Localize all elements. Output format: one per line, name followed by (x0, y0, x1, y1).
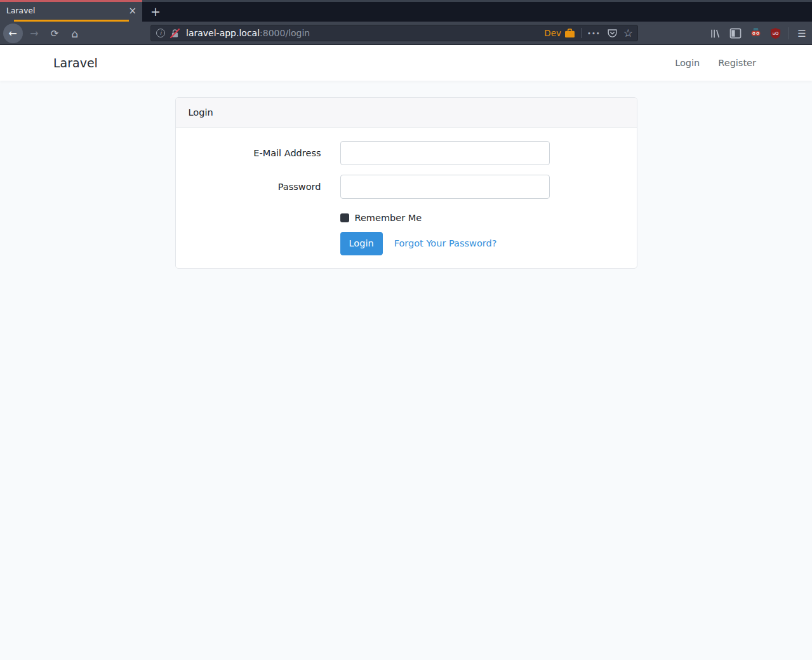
url-bar[interactable]: i laravel-app.local:8000/login Dev (150, 25, 638, 41)
insecure-lock-icon[interactable] (170, 28, 180, 39)
spy-extension-icon[interactable] (747, 22, 764, 45)
navbar-links: Login Register (656, 58, 756, 68)
back-button[interactable]: ← (2, 22, 23, 45)
urlbar-separator (581, 28, 582, 38)
container-tab-stripe (0, 0, 142, 2)
home-icon: ⌂ (72, 27, 79, 40)
back-icon: ← (8, 27, 17, 39)
sidebar-toggle-icon[interactable] (727, 22, 743, 45)
password-row: Password (189, 175, 624, 199)
home-button[interactable]: ⌂ (67, 22, 83, 45)
email-label: E-Mail Address (189, 141, 340, 165)
page-actions-icon[interactable]: ••• (587, 30, 601, 37)
card-header: Login (176, 98, 637, 128)
nav-link-login[interactable]: Login (675, 58, 700, 68)
email-row: E-Mail Address (189, 141, 624, 165)
nav-link-register[interactable]: Register (718, 58, 756, 68)
ublock-label: uO (772, 31, 778, 36)
remember-label: Remember Me (355, 213, 422, 223)
password-input[interactable] (340, 175, 550, 199)
library-icon[interactable] (707, 22, 723, 45)
url-host: laravel-app.local (186, 28, 260, 38)
login-button[interactable]: Login (340, 232, 383, 255)
page-info-icon[interactable]: i (156, 29, 165, 37)
browser-tab-laravel[interactable]: Laravel × (0, 2, 142, 22)
navigation-toolbar: ← → ⟳ ⌂ i laravel-app.local:8000/login (0, 22, 812, 45)
pocket-icon[interactable] (607, 28, 618, 39)
toolbar-separator (788, 27, 789, 39)
main-area: Login E-Mail Address Password Remember M… (0, 81, 812, 269)
login-card: Login E-Mail Address Password Remember M… (175, 97, 637, 269)
tab-title: Laravel (6, 6, 36, 15)
email-input[interactable] (340, 141, 550, 165)
ublock-origin-icon[interactable]: uO (767, 22, 783, 45)
reload-button[interactable]: ⟳ (46, 22, 63, 45)
forgot-password-link[interactable]: Forgot Your Password? (394, 238, 497, 248)
dev-container-label: Dev (544, 28, 561, 38)
remember-checkbox[interactable] (340, 213, 349, 222)
reload-icon: ⟳ (51, 28, 59, 39)
password-label: Password (189, 175, 340, 199)
remember-row: Remember Me (340, 213, 624, 223)
url-path: :8000/login (260, 28, 310, 38)
new-tab-button[interactable]: + (148, 3, 163, 20)
url-text[interactable]: laravel-app.local:8000/login (186, 28, 544, 38)
browser-chrome: Laravel × + ← → ⟳ ⌂ i (0, 0, 812, 45)
briefcase-icon (564, 29, 575, 38)
card-body: E-Mail Address Password Remember Me Logi… (176, 128, 637, 268)
brand-laravel[interactable]: Laravel (53, 56, 98, 70)
tab-bar: Laravel × + (0, 2, 812, 22)
site-navbar: Laravel Login Register (0, 45, 812, 81)
action-row: Login Forgot Your Password? (340, 232, 624, 255)
tab-close-icon[interactable]: × (128, 4, 136, 17)
page-content: Laravel Login Register Login E-Mail Addr… (0, 45, 812, 660)
forward-icon: → (30, 27, 38, 39)
hamburger-menu-icon[interactable]: ☰ (793, 22, 811, 45)
forward-button[interactable]: → (26, 22, 43, 45)
bookmark-star-icon[interactable]: ☆ (623, 28, 633, 39)
